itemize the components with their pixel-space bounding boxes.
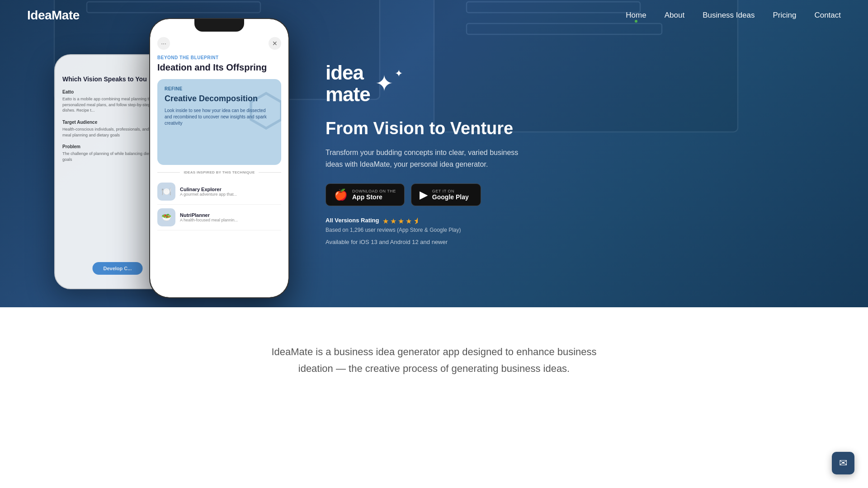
google-play-icon: ▶ [420, 188, 428, 201]
nav-link-home[interactable]: Home [626, 11, 646, 20]
phone-article-title: Ideation and Its Offspring [157, 62, 281, 73]
google-play-text: GET IT ON Google Play [432, 189, 469, 201]
phone-idea-info-1: NutriPlanner A health-focused meal plann… [180, 212, 238, 222]
star-3: ★ [398, 217, 404, 225]
brand-logo-text-line1: idea [326, 62, 370, 84]
nav-link-contact[interactable]: Contact [814, 11, 841, 20]
sparkle-small-icon: ✦ [395, 68, 403, 80]
brand-sparkles: ✦ ✦ [375, 72, 394, 95]
app-store-text: Download on the App Store [352, 189, 396, 201]
phone-idea-desc-0: A gourmet adventure app that... [180, 192, 237, 197]
white-section-text: IdeaMate is a business idea generator ap… [253, 343, 615, 377]
apple-icon: 🍎 [334, 188, 348, 201]
app-store-sub: Download on the [352, 189, 396, 193]
hero-content: 9:41 Which Vision Speaks to You Eatto Ea… [0, 18, 868, 289]
phones-container: 9:41 Which Vision Speaks to You Eatto Ea… [54, 18, 289, 289]
hero-right: idea mate ✦ ✦ From Vision to Venture Tra… [289, 62, 841, 246]
nav-link-pricing[interactable]: Pricing [773, 11, 796, 20]
brand-logo: idea mate ✦ ✦ [326, 62, 394, 106]
phone-menu-dots[interactable]: ··· [157, 37, 170, 50]
store-buttons: 🍎 Download on the App Store ▶ GET IT ON … [326, 183, 481, 206]
hero-section: 9:41 Which Vision Speaks to You Eatto Ea… [0, 0, 868, 307]
phone-idea-thumb-0: 🍽️ [157, 183, 175, 201]
star-2: ★ [390, 217, 396, 225]
sparkle-large-icon: ✦ [375, 72, 394, 95]
phone-front: ··· ✕ BEYOND THE BLUEPRINT Ideation and … [149, 18, 289, 298]
phone-idea-desc-1: A health-focused meal plannin... [180, 218, 238, 222]
phone-card: ⬡ REFINE Creative Decomposition Look ins… [157, 79, 281, 165]
brand-logo-text-line2: mate [326, 84, 370, 105]
google-play-main: Google Play [432, 193, 469, 201]
app-store-button[interactable]: 🍎 Download on the App Store [326, 183, 405, 206]
phone-divider-text: IDEAS INSPIRED BY THIS TECHNIQUE [184, 170, 255, 174]
star-1: ★ [382, 217, 389, 225]
hero-description: Transform your budding concepts into cle… [326, 147, 533, 170]
hero-headline: From Vision to Venture [326, 118, 513, 139]
phone-divider-line-right [259, 172, 281, 173]
phone-idea-info-0: Culinary Explorer A gourmet adventure ap… [180, 187, 237, 197]
nav-link-about[interactable]: About [665, 11, 684, 20]
rating-label: All Versions Rating [326, 217, 379, 224]
google-play-button[interactable]: ▶ GET IT ON Google Play [411, 183, 481, 206]
navbar: IdeaMate Home About Business Ideas Prici… [0, 0, 868, 31]
app-store-main: App Store [352, 193, 396, 201]
phone-top-bar: ··· ✕ [157, 37, 281, 50]
nav-logo: IdeaMate [27, 8, 80, 23]
rating-sub: Based on 1,296 user reviews (App Store &… [326, 227, 461, 233]
phone-idea-title-1: NutriPlanner [180, 212, 238, 218]
phone-divider-line-left [157, 172, 180, 173]
nav-link-business-ideas[interactable]: Business Ideas [703, 11, 755, 20]
rating-section: All Versions Rating ★ ★ ★ ★ ⯨ Based on 1… [326, 217, 461, 233]
phone-card-bg-icon: ⬡ [246, 84, 281, 136]
phone-close-button[interactable]: ✕ [269, 37, 281, 50]
stars: ★ ★ ★ ★ ⯨ [382, 217, 420, 225]
phone-idea-item-0: 🍽️ Culinary Explorer A gourmet adventure… [157, 179, 281, 205]
phone-idea-item-1: 🥗 NutriPlanner A health-focused meal pla… [157, 205, 281, 230]
phone-screen: ··· ✕ BEYOND THE BLUEPRINT Ideation and … [150, 19, 288, 297]
phone-idea-title-0: Culinary Explorer [180, 187, 237, 192]
phone-divider: IDEAS INSPIRED BY THIS TECHNIQUE [157, 170, 281, 174]
phone-category: BEYOND THE BLUEPRINT [157, 55, 281, 60]
star-4: ★ [406, 217, 412, 225]
availability: Available for iOS 13 and Android 12 and … [326, 239, 448, 245]
star-5: ⯨ [413, 217, 420, 225]
phone-idea-thumb-1: 🥗 [157, 208, 175, 226]
white-section: IdeaMate is a business idea generator ap… [0, 307, 868, 404]
google-play-sub: GET IT ON [432, 189, 469, 193]
phone-back-develop-button[interactable]: Develop C... [93, 262, 143, 275]
nav-links: Home About Business Ideas Pricing Contac… [626, 11, 841, 20]
